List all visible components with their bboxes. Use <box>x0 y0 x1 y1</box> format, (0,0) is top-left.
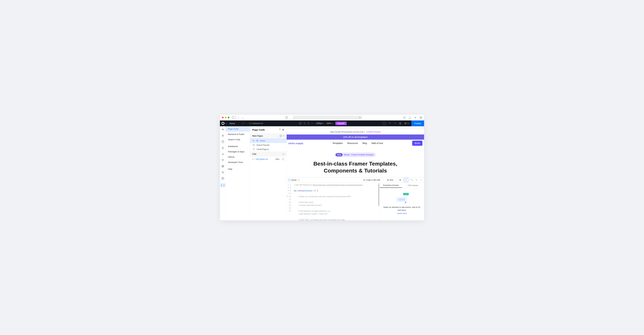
page-selector[interactable]: Home ▼ <box>230 122 244 125</box>
nav-search-code[interactable]: Search Code <box>226 137 250 142</box>
nav-backend-public[interactable]: Backend & Public <box>226 132 250 137</box>
notifications-icon[interactable] <box>399 122 402 125</box>
svg-rect-3 <box>299 122 302 124</box>
logo-menu-chevron-icon[interactable]: ▼ <box>226 122 227 124</box>
connect-domain-link[interactable]: Connect Domain <box>366 131 380 133</box>
autosave-status: Autosave on <box>249 122 263 124</box>
app-window: ‹ › ↻ ▼ Home ▼ Autosave on ⋯ 1280px ▼ 10… <box>220 115 424 220</box>
section-css[interactable]: CSS ▼ <box>250 152 286 156</box>
more-breakpoints-icon[interactable]: ⋯ <box>311 122 314 125</box>
help-icon[interactable]: ? <box>279 128 280 131</box>
svg-rect-21 <box>222 178 224 180</box>
close-window[interactable] <box>222 116 224 118</box>
browse-button[interactable]: Brow <box>412 140 422 146</box>
minimize-icon[interactable] <box>415 179 418 181</box>
redo-icon[interactable] <box>394 122 396 125</box>
user-avatar[interactable]: L <box>382 122 386 125</box>
connections-icon[interactable] <box>221 158 224 162</box>
nav-page-code[interactable]: Page Code <box>226 126 250 132</box>
code-editor[interactable]: 1 2 3 4 5 6 7 8 9 10 11 12 13 14 15 // V… <box>286 183 380 220</box>
window-controls <box>222 116 230 118</box>
page-code-panel: Page Code ? ✕ Main Pages ▼ や Home Search <box>250 126 286 220</box>
nav-templates[interactable]: Templates <box>332 142 343 144</box>
sidebar-toggle-icon[interactable] <box>232 116 236 119</box>
expand-icon[interactable] <box>410 179 413 181</box>
info-icon[interactable] <box>282 158 284 160</box>
collapse-panel-icon[interactable]: ‹ <box>421 126 424 130</box>
back-button[interactable]: ‹ <box>237 116 240 119</box>
add-page-icon[interactable] <box>280 135 282 137</box>
info-icon[interactable]: i <box>298 179 300 181</box>
svg-rect-1 <box>420 116 421 118</box>
code-file-tab[interactable]: Home i <box>288 179 300 181</box>
page-row-masterpage[interactable]: masterPage.js <box>250 147 286 152</box>
publish-button[interactable]: Publish <box>411 120 424 126</box>
minimize-window[interactable] <box>225 116 226 118</box>
section-main-pages[interactable]: Main Pages ▼ <box>250 133 286 138</box>
maximize-window[interactable] <box>228 116 230 118</box>
wix-logo[interactable] <box>222 122 224 125</box>
nav-github[interactable]: GitHub <box>226 154 250 160</box>
svg-point-12 <box>222 159 222 160</box>
svg-rect-18 <box>223 166 224 167</box>
upgrade-button[interactable]: Upgrade <box>335 122 347 125</box>
nav-databases[interactable]: Databases <box>226 144 250 149</box>
code-icon[interactable]: { } <box>220 183 226 188</box>
plugins-icon[interactable] <box>221 171 224 174</box>
id-tag: # ID <box>403 193 408 195</box>
layers-icon[interactable] <box>221 134 224 137</box>
tab-properties-events[interactable]: Properties & Events <box>380 183 402 188</box>
open-ide-button[interactable]: Code in Wix IDE <box>362 178 381 182</box>
chevron-down-icon: ▼ <box>243 122 244 124</box>
privacy-shield-icon[interactable] <box>286 116 288 119</box>
learn-more-link[interactable]: Learn more <box>397 212 407 214</box>
nav-packages-apps[interactable]: Packages & Apps <box>226 149 250 154</box>
forward-button[interactable]: › <box>241 116 244 119</box>
address-bar[interactable]: ↻ <box>293 116 362 120</box>
close-icon[interactable]: ✕ <box>282 128 284 131</box>
desktop-icon[interactable] <box>299 122 302 124</box>
nav-blog[interactable]: Blog <box>362 142 367 144</box>
cms-icon[interactable] <box>221 177 224 180</box>
announcement-pill[interactable]: New Meraki · Framer Portfolio Template <box>335 152 376 157</box>
download-icon[interactable] <box>403 116 406 119</box>
canvas-area: ‹ https://luca6729.wixstudio.com/my-site… <box>286 126 424 220</box>
topbar-right: L ▼ Publish <box>382 120 424 126</box>
site-structure-icon[interactable] <box>221 146 224 150</box>
inspector-toggle[interactable] <box>404 178 408 182</box>
scrollbar[interactable] <box>378 184 379 206</box>
run-button[interactable]: Run <box>386 178 394 182</box>
tab-css-classes[interactable]: CSS Classes <box>402 183 424 188</box>
apps-icon[interactable] <box>221 164 224 168</box>
hero-section: New Meraki · Framer Portfolio Template B… <box>286 147 424 177</box>
add-global-css[interactable]: + Add global.css New <box>250 156 286 162</box>
page-icon[interactable] <box>221 140 224 143</box>
tablet-icon[interactable] <box>304 122 306 124</box>
zoom-level[interactable]: 100% ▼ <box>326 122 333 124</box>
site-brand[interactable]: clicks.supply <box>288 142 303 145</box>
more-icon[interactable]: ⋮ <box>420 178 422 182</box>
nav-developer-tools[interactable]: Developer Tools <box>226 160 250 165</box>
share-icon[interactable] <box>408 116 411 119</box>
cloud-icon <box>249 122 251 124</box>
nav-help[interactable]: Help <box>226 166 250 172</box>
settings-icon[interactable] <box>399 179 401 181</box>
typography-icon[interactable] <box>221 152 224 156</box>
undo-icon[interactable] <box>389 122 391 125</box>
canvas-width[interactable]: 1280px ▼ <box>316 122 324 124</box>
preview-icon[interactable]: ▼ <box>404 122 409 124</box>
new-tab-icon[interactable] <box>414 116 417 119</box>
props-tabs: Properties & Events CSS Classes <box>380 183 424 188</box>
tabs-icon[interactable] <box>420 116 422 119</box>
code-toolbar: Home i Code in Wix IDE Run <box>286 177 424 183</box>
page-row-home[interactable]: や Home <box>250 138 286 143</box>
add-element-icon[interactable] <box>221 128 224 131</box>
nav-wall-of-love[interactable]: Wall of love <box>372 142 383 144</box>
reload-icon[interactable]: ↻ <box>359 116 361 119</box>
page-row-search-results[interactable]: Search Results <box>250 143 286 147</box>
nav-links: Templates Resources Blog Wall of love <box>332 142 383 144</box>
mobile-icon[interactable] <box>308 122 309 124</box>
code-content[interactable]: // Velo API Reference: https://www.wix.c… <box>292 183 380 220</box>
promo-banner[interactable]: 10% off on all templates! <box>286 134 424 140</box>
nav-resources[interactable]: Resources <box>347 142 358 144</box>
